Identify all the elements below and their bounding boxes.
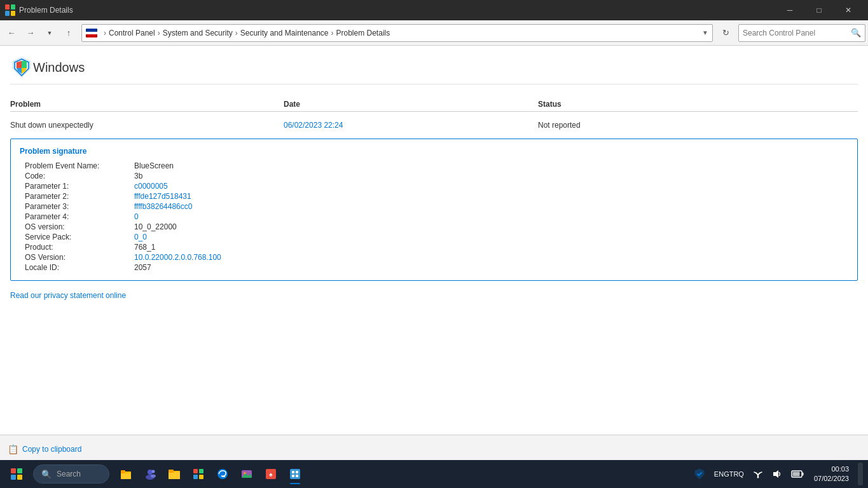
svg-rect-12 (193, 469, 198, 473)
taskbar-store[interactable] (187, 463, 210, 485)
windows-shield-icon (10, 56, 33, 79)
sig-value: ffffb38264486cc0 (134, 202, 192, 211)
svg-rect-25 (292, 475, 294, 477)
refresh-button[interactable]: ↻ (717, 24, 734, 42)
sig-value: 10_0_22000 (134, 222, 177, 231)
window-controls: ─ □ ✕ (775, 0, 863, 20)
taskbar-volume-icon[interactable] (769, 468, 785, 480)
taskbar-teams[interactable] (139, 463, 162, 485)
taskbar-search-box[interactable]: 🔍 Search (33, 464, 109, 484)
column-date: Date (284, 100, 538, 109)
taskbar-app6[interactable]: ♠ (259, 463, 282, 485)
taskbar-edge[interactable] (211, 463, 234, 485)
sig-label: Parameter 1: (20, 182, 134, 191)
taskbar-network-icon[interactable] (750, 468, 766, 480)
sig-label: Parameter 2: (20, 192, 134, 201)
problem-date: 06/02/2023 22:24 (284, 121, 538, 130)
svg-rect-24 (296, 471, 298, 473)
sig-value: 2057 (134, 263, 151, 272)
signature-row: Product:768_1 (20, 242, 848, 252)
show-desktop-button[interactable] (858, 463, 863, 485)
copy-to-clipboard-button[interactable]: 📋 Copy to clipboard (8, 444, 81, 454)
taskbar-battery-icon[interactable] (789, 468, 806, 480)
svg-text:♠: ♠ (269, 471, 273, 478)
taskbar-file-explorer[interactable] (114, 463, 137, 485)
search-box[interactable]: 🔍 (738, 24, 865, 42)
language-variant: TRQ (729, 470, 744, 478)
language-name: ENG (714, 470, 729, 478)
signature-row: Locale ID:2057 (20, 262, 848, 273)
taskbar-search-label: Search (57, 470, 81, 478)
taskbar-control-panel[interactable] (284, 463, 307, 485)
taskbar-clock[interactable]: 00:03 07/02/2023 (810, 463, 853, 485)
copy-label: Copy to clipboard (22, 445, 81, 454)
navigation-bar: ← → ▼ ↑ › Control Panel › System and Sec… (0, 20, 868, 46)
sig-label: Locale ID: (20, 263, 134, 272)
up-button[interactable]: ↑ (60, 24, 78, 42)
recent-locations-button[interactable]: ▼ (41, 24, 59, 42)
svg-rect-22 (290, 469, 300, 479)
taskbar-photos[interactable] (235, 463, 258, 485)
sig-value: 10.0.22000.2.0.0.768.100 (134, 253, 221, 262)
svg-rect-31 (802, 473, 803, 476)
taskbar: 🔍 Search (0, 460, 868, 488)
breadcrumb-control-panel[interactable]: Control Panel (109, 29, 155, 37)
svg-rect-3 (121, 473, 131, 479)
taskbar-search-icon: 🔍 (41, 470, 52, 479)
svg-rect-23 (292, 471, 294, 473)
close-button[interactable]: ✕ (834, 0, 863, 20)
clock-date: 07/02/2023 (814, 474, 849, 484)
signature-row: Parameter 2:fffde127d518431 (20, 191, 848, 201)
address-bar[interactable]: › Control Panel › System and Security › … (81, 24, 713, 42)
sig-value: c0000005 (134, 182, 168, 191)
sig-value: 0_0 (134, 233, 147, 241)
forward-button[interactable]: → (22, 24, 39, 42)
svg-rect-4 (121, 470, 125, 473)
copy-icon: 📋 (8, 444, 18, 454)
svg-point-28 (757, 477, 759, 478)
svg-rect-13 (199, 469, 203, 473)
taskbar-right: ENG TRQ (691, 463, 863, 485)
taskbar-defender-icon[interactable] (691, 467, 708, 481)
signature-row: Parameter 1:c0000005 (20, 181, 848, 191)
sig-value: BlueScreen (134, 161, 174, 170)
bottom-bar: 📋 Copy to clipboard (0, 435, 868, 463)
breadcrumb-problem-details[interactable]: Problem Details (336, 29, 390, 37)
signature-title: Problem signature (20, 147, 848, 156)
windows-header: Windows (10, 56, 858, 85)
sig-label: Parameter 4: (20, 212, 134, 221)
svg-rect-11 (169, 470, 174, 473)
breadcrumb-system-security[interactable]: System and Security (163, 29, 233, 37)
column-status: Status (538, 100, 858, 109)
location-flag-icon (86, 29, 97, 37)
main-content: Windows Problem Date Status Shut down un… (0, 46, 868, 435)
signature-row: Service Pack:0_0 (20, 232, 848, 242)
taskbar-items: ♠ (114, 463, 307, 485)
address-dropdown-icon[interactable]: ▼ (702, 29, 708, 36)
signature-row: Parameter 3:ffffb38264486cc0 (20, 201, 848, 212)
signature-rows: Problem Event Name:BlueScreenCode:3bPara… (20, 161, 848, 273)
svg-rect-26 (296, 475, 298, 477)
svg-marker-29 (773, 470, 778, 478)
sig-label: Parameter 3: (20, 202, 134, 211)
sig-label: Code: (20, 172, 134, 180)
signature-row: Parameter 4:0 (20, 212, 848, 222)
sig-label: OS Version: (20, 253, 134, 262)
back-button[interactable]: ← (3, 24, 20, 42)
taskbar-language[interactable]: ENG TRQ (712, 468, 747, 480)
search-icon[interactable]: 🔍 (851, 28, 861, 37)
sig-label: Service Pack: (20, 233, 134, 241)
svg-point-7 (152, 470, 155, 473)
svg-rect-14 (193, 475, 198, 479)
minimize-button[interactable]: ─ (775, 0, 804, 20)
maximize-button[interactable]: □ (804, 0, 834, 20)
privacy-link[interactable]: Read our privacy statement online (10, 291, 126, 300)
windows-title-text: Windows (33, 60, 85, 75)
start-button[interactable] (5, 463, 28, 485)
columns-header: Problem Date Status (10, 97, 858, 112)
breadcrumb-security-maintenance[interactable]: Security and Maintenance (240, 29, 329, 37)
signature-row: Problem Event Name:BlueScreen (20, 161, 848, 171)
sig-label: Problem Event Name: (20, 161, 134, 170)
taskbar-folder[interactable] (163, 463, 186, 485)
search-input[interactable] (743, 29, 851, 37)
